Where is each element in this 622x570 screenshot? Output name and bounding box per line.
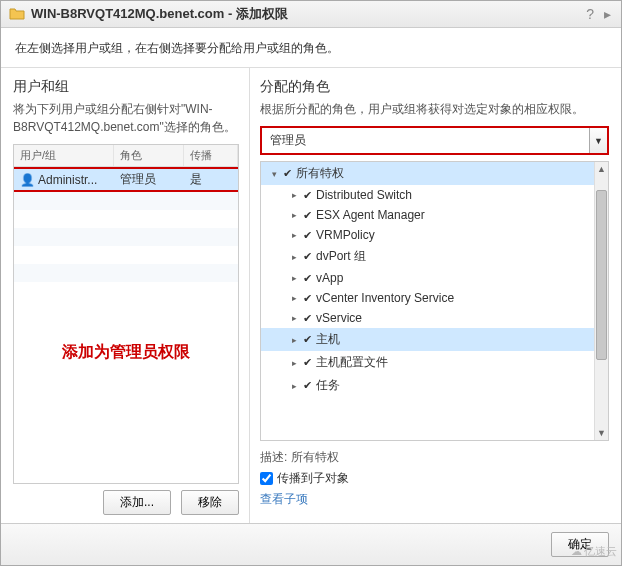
expand-icon[interactable]: ▸ <box>289 381 299 391</box>
roles-heading: 分配的角色 <box>260 78 609 96</box>
propagate-checkbox[interactable] <box>260 472 273 485</box>
role-dropdown[interactable]: 管理员 ▼ <box>260 126 609 155</box>
description: 描述: 所有特权 <box>260 449 609 466</box>
users-subtext: 将为下列用户或组分配右侧针对"WIN-B8RVQT412MQ.benet.com… <box>13 100 239 136</box>
expand-icon[interactable]: ▸ <box>289 335 299 345</box>
remove-button[interactable]: 移除 <box>181 490 239 515</box>
titlebar: WIN-B8RVQT412MQ.benet.com - 添加权限 ? ▸ <box>1 1 621 28</box>
check-icon: ✔ <box>303 229 312 242</box>
col-user[interactable]: 用户/组 <box>14 145 114 166</box>
check-icon: ✔ <box>303 189 312 202</box>
col-prop[interactable]: 传播 <box>184 145 238 166</box>
dropdown-value: 管理员 <box>262 128 589 153</box>
expand-icon[interactable]: ▸ <box>289 252 299 262</box>
check-icon: ✔ <box>303 250 312 263</box>
add-button[interactable]: 添加... <box>103 490 171 515</box>
check-icon: ✔ <box>303 333 312 346</box>
collapse-icon[interactable]: ▾ <box>269 169 279 179</box>
tree-item[interactable]: ▸✔ESX Agent Manager <box>261 205 608 225</box>
help-icon[interactable]: ? <box>584 6 596 22</box>
tree-item[interactable]: ▸✔vCenter Inventory Service <box>261 288 608 308</box>
roles-subtext: 根据所分配的角色，用户或组将获得对选定对象的相应权限。 <box>260 100 609 118</box>
check-icon: ✔ <box>303 356 312 369</box>
propagate-label: 传播到子对象 <box>277 470 349 487</box>
tree-root[interactable]: ▾ ✔ 所有特权 <box>261 162 608 185</box>
check-icon: ✔ <box>303 312 312 325</box>
instruction-text: 在左侧选择用户或组，在右侧选择要分配给用户或组的角色。 <box>1 28 621 67</box>
expand-icon[interactable]: ▸ <box>289 273 299 283</box>
tree-item[interactable]: ▸✔dvPort 组 <box>261 245 608 268</box>
tree-item[interactable]: ▸✔vService <box>261 308 608 328</box>
chevron-down-icon[interactable]: ▼ <box>589 128 607 153</box>
expand-icon[interactable]: ▸ <box>289 358 299 368</box>
scroll-thumb[interactable] <box>596 190 607 360</box>
tree-item[interactable]: ▸✔vApp <box>261 268 608 288</box>
check-icon: ✔ <box>283 167 292 180</box>
watermark: ☁亿速云 <box>571 544 617 559</box>
view-children-link[interactable]: 查看子项 <box>260 491 308 508</box>
expand-icon[interactable]: ▸ <box>602 6 613 22</box>
users-heading: 用户和组 <box>13 78 239 96</box>
annotation-text: 添加为管理员权限 <box>14 342 238 363</box>
privileges-tree[interactable]: ▾ ✔ 所有特权 ▸✔Distributed Switch▸✔ESX Agent… <box>260 161 609 441</box>
tree-item[interactable]: ▸✔主机配置文件 <box>261 351 608 374</box>
table-row[interactable]: 👤Administr... 管理员 是 <box>14 167 238 192</box>
scroll-down-icon[interactable]: ▼ <box>595 426 608 440</box>
expand-icon[interactable]: ▸ <box>289 230 299 240</box>
col-role[interactable]: 角色 <box>114 145 184 166</box>
tree-item[interactable]: ▸✔Distributed Switch <box>261 185 608 205</box>
tree-item[interactable]: ▸✔主机 <box>261 328 608 351</box>
users-table: 用户/组 角色 传播 👤Administr... 管理员 是 添加为管理员权限 <box>13 144 239 484</box>
tree-item[interactable]: ▸✔任务 <box>261 374 608 397</box>
expand-icon[interactable]: ▸ <box>289 293 299 303</box>
check-icon: ✔ <box>303 209 312 222</box>
table-header: 用户/组 角色 传播 <box>14 145 238 167</box>
scroll-up-icon[interactable]: ▲ <box>595 162 608 176</box>
check-icon: ✔ <box>303 272 312 285</box>
expand-icon[interactable]: ▸ <box>289 313 299 323</box>
expand-icon[interactable]: ▸ <box>289 210 299 220</box>
check-icon: ✔ <box>303 379 312 392</box>
expand-icon[interactable]: ▸ <box>289 190 299 200</box>
folder-icon <box>9 6 25 22</box>
window-title: WIN-B8RVQT412MQ.benet.com - 添加权限 <box>31 5 578 23</box>
check-icon: ✔ <box>303 292 312 305</box>
scrollbar[interactable]: ▲ ▼ <box>594 162 608 440</box>
tree-item[interactable]: ▸✔VRMPolicy <box>261 225 608 245</box>
user-icon: 👤 <box>20 173 35 187</box>
